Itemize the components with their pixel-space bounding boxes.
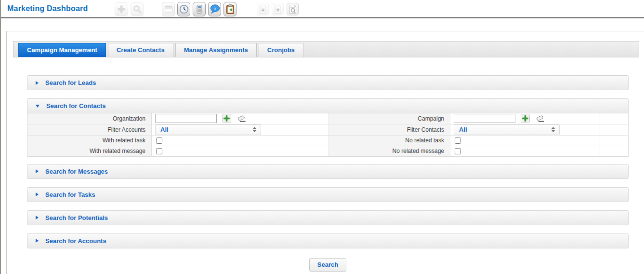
main-panel: Campaign Management Create Contacts Mana… [6,31,644,274]
select-updown-arrows-icon [252,126,257,133]
accordion-header-leads[interactable]: Search for Leads [27,75,629,90]
accordion-title: Search for Leads [45,79,96,86]
green-plus-icon [521,114,530,123]
no-related-task-label: No related task [329,135,450,146]
document-up-arrow-icon [273,4,283,14]
with-related-task-label: With related task [27,135,152,146]
accordion-header-tasks[interactable]: Search for Tasks [27,187,629,202]
tab-bar: Campaign Management Create Contacts Mana… [13,41,639,57]
page-title: Marketing Dashboard [7,4,88,13]
green-plus-icon [222,114,231,123]
chevron-right-icon [36,192,39,196]
toolbar-group-documents [257,0,299,18]
calculator-button[interactable] [193,2,206,16]
section-search-for-accounts: Search for Accounts [27,233,629,248]
section-search-for-messages: Search for Messages [27,164,629,179]
tab-manage-assignments[interactable]: Manage Assignments [175,43,257,57]
tab-campaign-management[interactable]: Campaign Management [18,43,106,57]
eraser-icon [237,114,246,123]
section-search-for-leads: Search for Leads [27,75,629,90]
page-header: Marketing Dashboard [1,0,644,18]
filter-contacts-label: Filter Contacts [329,124,450,135]
no-related-message-label: No related message [329,146,450,156]
accordion-header-accounts[interactable]: Search for Accounts [27,233,629,248]
plus-icon [116,3,127,15]
chat-button[interactable]: i [208,2,221,16]
table-row: With related message No related message [27,146,629,156]
table-row: Filter Accounts All Filter Contacts [27,124,629,135]
button-row: Search [27,258,629,272]
eraser-icon [535,114,545,123]
document-down-arrow-icon [258,4,268,14]
contacts-search-table: Organization [27,113,629,157]
no-related-message-checkbox[interactable] [455,148,461,154]
toolbar-group-create [115,0,144,18]
clock-icon [179,4,189,14]
magnifier-icon [131,3,143,15]
accordion-title: Search for Messages [45,168,108,175]
tab-content: Search for Leads Search for Contacts Org… [7,57,644,272]
tab-create-contacts[interactable]: Create Contacts [108,43,173,57]
campaign-label: Campaign [329,113,450,124]
clipboard-button[interactable] [223,2,237,16]
chevron-down-icon [36,105,39,108]
search-record-button[interactable] [131,2,144,16]
filter-accounts-select[interactable]: All [155,124,261,135]
selected-value: All [459,126,551,133]
section-search-for-contacts: Search for Contacts Organization [27,98,629,157]
calendar-button[interactable] [162,2,175,16]
organization-input[interactable] [155,114,217,123]
section-search-for-potentials: Search for Potentials [27,210,629,225]
search-button[interactable]: Search [309,258,346,272]
no-related-task-checkbox[interactable] [455,137,461,144]
chevron-right-icon [36,239,39,243]
add-organization-button[interactable] [222,114,231,123]
accordion-title: Search for Contacts [46,102,106,110]
accordion-title: Search for Potentials [45,214,108,221]
chevron-right-icon [36,216,39,219]
accordion-title: Search for Tasks [45,191,95,198]
section-search-for-tasks: Search for Tasks [27,187,629,202]
tab-cronjobs[interactable]: Cronjobs [259,43,303,57]
accordion-header-messages[interactable]: Search for Messages [27,164,629,179]
filter-contacts-select[interactable]: All [454,124,560,135]
calendar-icon [164,4,173,14]
clear-campaign-button[interactable] [535,114,545,123]
accordion-title: Search for Accounts [45,237,106,245]
clear-organization-button[interactable] [237,114,246,123]
accordion-header-potentials[interactable]: Search for Potentials [27,210,629,225]
campaign-input[interactable] [454,114,515,123]
select-updown-arrows-icon [551,126,555,133]
with-related-message-label: With related message [27,146,152,156]
clock-button[interactable] [177,2,190,16]
toolbar-group-modules: i [162,0,237,18]
find-document-button[interactable] [287,3,299,15]
clipboard-icon [225,4,235,14]
add-campaign-button[interactable] [521,114,530,123]
export-button[interactable] [272,3,284,15]
selected-value: All [160,126,252,133]
filter-accounts-label: Filter Accounts [27,124,152,135]
with-related-task-checkbox[interactable] [156,137,162,144]
calculator-icon [194,4,205,14]
document-magnifier-icon [288,4,298,14]
chat-bubble-icon: i [209,4,221,14]
table-row: With related task No related task [27,135,629,146]
svg-text:i: i [214,6,216,11]
add-button[interactable] [115,2,128,16]
table-row: Organization [27,113,629,124]
chevron-right-icon [36,169,39,173]
window: Marketing Dashboard [1,0,644,18]
chevron-right-icon [36,81,39,85]
accordion-header-contacts[interactable]: Search for Contacts [27,98,629,113]
import-button[interactable] [257,3,269,15]
with-related-message-checkbox[interactable] [156,148,162,154]
organization-label: Organization [27,113,152,124]
